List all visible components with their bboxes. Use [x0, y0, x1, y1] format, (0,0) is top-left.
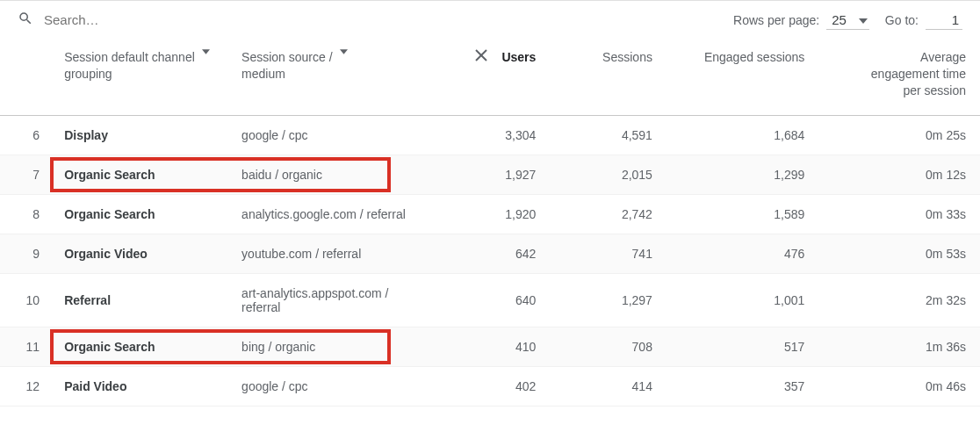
row-source: youtube.com / referral — [227, 234, 443, 273]
row-channel: Organic Search — [50, 194, 227, 234]
row-index: 9 — [0, 234, 50, 273]
row-source: google / cpc — [227, 366, 443, 406]
row-users: 1,927 — [443, 155, 550, 194]
row-channel: Display — [50, 115, 227, 155]
row-index: 8 — [0, 194, 50, 234]
row-avg: 0m 33s — [818, 194, 980, 234]
row-channel: Organic Video — [50, 234, 227, 273]
row-avg: 2m 32s — [818, 273, 980, 327]
table-row[interactable]: 7Organic Searchbaidu / organic1,9272,015… — [0, 155, 980, 194]
header-idx — [0, 39, 50, 115]
toolbar: Rows per page: 25 Go to: — [0, 0, 980, 39]
row-engaged: 476 — [667, 234, 818, 273]
header-row: Session default channelgrouping Session … — [0, 39, 980, 115]
row-source: google / cpc — [227, 115, 443, 155]
row-users: 410 — [443, 327, 550, 366]
table-row[interactable]: 6Displaygoogle / cpc3,3044,5911,6840m 25… — [0, 115, 980, 155]
header-avg[interactable]: Averageengagement timeper session — [818, 39, 980, 115]
row-channel: Organic Search — [50, 327, 227, 366]
row-channel: Paid Video — [50, 366, 227, 406]
row-users: 3,304 — [443, 115, 550, 155]
row-avg: 1m 36s — [818, 327, 980, 366]
table-row[interactable]: 12Paid Videogoogle / cpc4024143570m 46s — [0, 366, 980, 406]
header-source-label: Session source /medium — [241, 49, 333, 83]
row-users: 1,920 — [443, 194, 550, 234]
row-channel: Referral — [50, 273, 227, 327]
row-engaged: 1,299 — [667, 155, 818, 194]
row-source: art-analytics.appspot.com / referral — [227, 273, 443, 327]
header-sessions-label: Sessions — [602, 50, 652, 64]
report-container: Rows per page: 25 Go to: — [0, 0, 980, 407]
row-engaged: 517 — [667, 327, 818, 366]
search-wrap — [18, 11, 733, 29]
table-row[interactable]: 10Referralart-analytics.appspot.com / re… — [0, 273, 980, 327]
caret-down-icon — [202, 49, 210, 54]
row-index: 10 — [0, 273, 50, 327]
row-sessions: 708 — [550, 327, 667, 366]
row-sessions: 741 — [550, 234, 667, 273]
header-source[interactable]: Session source /medium — [227, 39, 443, 115]
row-source: bing / organic — [227, 327, 443, 366]
rows-select[interactable]: 25 — [826, 11, 869, 30]
table-row[interactable]: 11Organic Searchbing / organic4107085171… — [0, 327, 980, 366]
row-index: 6 — [0, 115, 50, 155]
table-row[interactable]: 9Organic Videoyoutube.com / referral6427… — [0, 234, 980, 273]
row-sessions: 1,297 — [550, 273, 667, 327]
row-index: 7 — [0, 155, 50, 194]
pager: Rows per page: 25 Go to: — [733, 11, 962, 30]
table-row[interactable]: 8Organic Searchanalytics.google.com / re… — [0, 194, 980, 234]
row-sessions: 414 — [550, 366, 667, 406]
row-sessions: 4,591 — [550, 115, 667, 155]
caret-down-icon — [859, 12, 868, 26]
row-engaged: 1,001 — [667, 273, 818, 327]
caret-down-icon — [340, 49, 348, 54]
rows-per-page: Rows per page: 25 — [733, 11, 869, 30]
rows-label: Rows per page: — [733, 13, 819, 27]
header-avg-label: Averageengagement timeper session — [871, 50, 966, 97]
goto-label: Go to: — [885, 13, 919, 27]
goto-field: Go to: — [885, 11, 962, 30]
row-index: 11 — [0, 327, 50, 366]
rows-value: 25 — [832, 12, 847, 27]
row-sessions: 2,742 — [550, 194, 667, 234]
header-engaged[interactable]: Engaged sessions — [667, 39, 818, 115]
row-channel: Organic Search — [50, 155, 227, 194]
close-icon[interactable] — [475, 49, 487, 61]
row-users: 640 — [443, 273, 550, 327]
header-users[interactable]: Users — [443, 39, 550, 115]
row-avg: 0m 25s — [818, 115, 980, 155]
row-avg: 0m 12s — [818, 155, 980, 194]
row-avg: 0m 53s — [818, 234, 980, 273]
header-engaged-label: Engaged sessions — [704, 50, 804, 64]
row-source: analytics.google.com / referral — [227, 194, 443, 234]
row-users: 642 — [443, 234, 550, 273]
search-icon — [18, 11, 33, 29]
header-channel[interactable]: Session default channelgrouping — [50, 39, 227, 115]
row-users: 402 — [443, 366, 550, 406]
row-source: baidu / organic — [227, 155, 443, 194]
row-engaged: 357 — [667, 366, 818, 406]
header-channel-label: Session default channelgrouping — [64, 49, 195, 83]
row-avg: 0m 46s — [818, 366, 980, 406]
row-sessions: 2,015 — [550, 155, 667, 194]
row-engaged: 1,589 — [667, 194, 818, 234]
row-index: 12 — [0, 366, 50, 406]
header-sessions[interactable]: Sessions — [550, 39, 667, 115]
table-body: 6Displaygoogle / cpc3,3044,5911,6840m 25… — [0, 115, 980, 406]
header-users-label: Users — [501, 49, 536, 66]
row-engaged: 1,684 — [667, 115, 818, 155]
search-input[interactable] — [44, 12, 307, 27]
goto-input[interactable] — [926, 11, 962, 30]
data-table: Session default channelgrouping Session … — [0, 39, 980, 407]
